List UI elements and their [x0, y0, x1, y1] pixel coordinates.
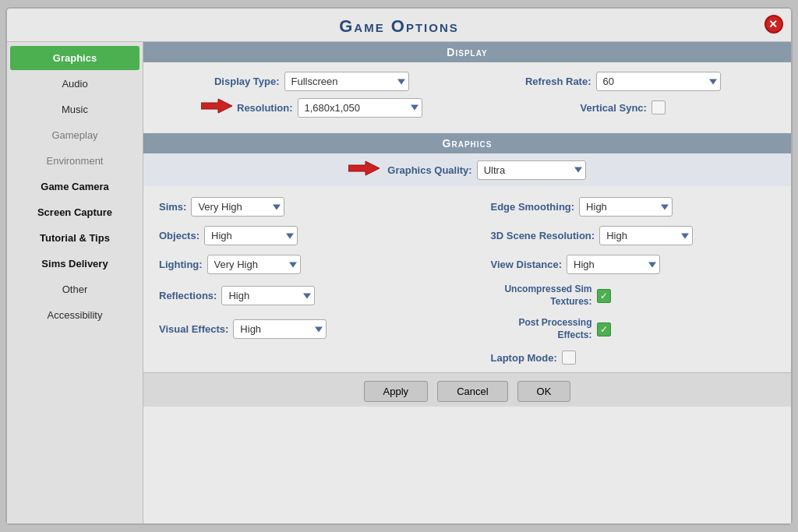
vsync-pair: Vertical Sync:	[471, 100, 776, 115]
lighting-select[interactable]: Very High	[207, 255, 301, 274]
edge-smoothing-select-wrapper: High	[579, 197, 673, 217]
sidebar-item-accessibility[interactable]: Accessibility	[10, 303, 139, 327]
reflections-select[interactable]: High	[221, 286, 315, 305]
uncompressed-checkbox[interactable]: ✓	[597, 289, 611, 303]
sidebar-item-graphics[interactable]: Graphics	[10, 46, 139, 70]
scene-resolution-label: 3D Scene Resolution:	[491, 230, 595, 241]
graphics-settings-grid: Sims: Very High Edge Smoothing: High	[143, 189, 791, 372]
scene-resolution-select-wrapper: High	[599, 226, 693, 245]
laptop-mode-item: Laptop Mode:	[468, 349, 784, 366]
sidebar-item-sims-delivery[interactable]: Sims Delivery	[10, 252, 139, 276]
reflections-item: Reflections: High	[151, 282, 468, 309]
sidebar-item-audio[interactable]: Audio	[10, 72, 139, 96]
view-distance-label: View Distance:	[491, 259, 563, 270]
bottom-bar: Apply Cancel OK	[143, 372, 791, 407]
refresh-rate-pair: Refresh Rate: 60	[471, 72, 776, 91]
sidebar-item-environment[interactable]: Environment	[10, 149, 139, 173]
uncompressed-item: Uncompressed Sim Textures: ✓	[468, 282, 784, 309]
cancel-button[interactable]: Cancel	[437, 381, 507, 402]
objects-label: Objects:	[159, 230, 200, 241]
graphics-quality-select[interactable]: Ultra	[477, 160, 586, 180]
vsync-checkbox[interactable]	[651, 100, 666, 115]
resolution-select-wrapper: 1,680x1,050	[298, 98, 422, 118]
visual-effects-arrow-icon	[315, 326, 323, 332]
sidebar-item-game-camera[interactable]: Game Camera	[10, 174, 139, 199]
svg-marker-1	[348, 161, 380, 175]
sidebar-item-music[interactable]: Music	[10, 97, 139, 122]
lighting-item: Lighting: Very High	[151, 253, 468, 276]
sims-select-wrapper: Very High	[191, 197, 284, 217]
refresh-rate-arrow-icon	[709, 79, 717, 84]
display-type-pair: Display Type: Fullscreen	[159, 72, 464, 91]
sidebar-item-gameplay[interactable]: Gameplay	[10, 123, 139, 147]
sidebar-item-other[interactable]: Other	[10, 277, 139, 301]
title-bar: Game Options ✕	[7, 9, 791, 42]
display-section-content: Display Type: Fullscreen Refresh Rate:	[143, 62, 791, 133]
objects-select[interactable]: High	[204, 226, 298, 245]
vsync-label: Vertical Sync:	[581, 102, 647, 114]
edge-smoothing-select[interactable]: High	[579, 197, 673, 217]
graphics-quality-label: Graphics Quality:	[387, 164, 471, 176]
post-processing-item: Post Processing Effects: ✓	[468, 315, 784, 343]
sims-select[interactable]: Very High	[191, 197, 284, 217]
refresh-rate-select-wrapper: 60	[596, 72, 721, 91]
reflections-arrow-icon	[303, 293, 311, 298]
display-type-select-wrapper: Fullscreen	[284, 72, 409, 91]
sims-label: Sims:	[159, 201, 186, 213]
sidebar-item-tutorial-tips[interactable]: Tutorial & Tips	[10, 226, 139, 250]
main-panel: Display Display Type: Fullscreen	[143, 42, 791, 523]
reflections-select-wrapper: High	[221, 286, 315, 305]
resolution-arrow-icon	[411, 105, 418, 111]
refresh-rate-select[interactable]: 60	[596, 72, 721, 91]
visual-effects-select-wrapper: High	[233, 319, 327, 339]
objects-arrow-icon	[286, 233, 294, 238]
graphics-quality-arrow-icon	[574, 167, 582, 173]
lighting-select-wrapper: Very High	[207, 255, 301, 274]
view-distance-select[interactable]: High	[567, 255, 660, 274]
reflections-label: Reflections:	[159, 290, 217, 301]
laptop-mode-checkbox[interactable]	[562, 351, 576, 365]
close-button[interactable]: ✕	[764, 15, 783, 33]
display-type-arrow-icon	[397, 79, 405, 84]
lighting-label: Lighting:	[159, 259, 203, 270]
post-processing-label: Post Processing Effects:	[491, 317, 592, 341]
display-section-header: Display	[143, 42, 791, 62]
display-type-select[interactable]: Fullscreen	[284, 72, 409, 91]
edge-smoothing-item: Edge Smoothing: High	[468, 196, 784, 218]
lighting-arrow-icon	[289, 262, 297, 267]
resolution-pair: Resolution: 1,680x1,050	[159, 97, 464, 118]
objects-item: Objects: High	[151, 224, 468, 247]
apply-button[interactable]: Apply	[364, 381, 429, 402]
graphics-quality-select-wrapper: Ultra	[477, 160, 586, 180]
visual-effects-item: Visual Effects: High	[151, 315, 468, 343]
display-type-label: Display Type:	[214, 76, 280, 87]
dialog-content: Graphics Audio Music Gameplay Environmen…	[7, 42, 791, 523]
visual-effects-select[interactable]: High	[233, 319, 327, 339]
view-distance-select-wrapper: High	[567, 255, 660, 274]
laptop-mode-label: Laptop Mode:	[491, 352, 557, 364]
resolution-select[interactable]: 1,680x1,050	[298, 98, 422, 118]
resolution-label: Resolution:	[237, 102, 293, 114]
edge-smoothing-arrow-icon	[661, 204, 669, 210]
resolution-arrow	[201, 97, 232, 118]
sidebar: Graphics Audio Music Gameplay Environmen…	[7, 42, 143, 523]
resolution-row: Resolution: 1,680x1,050 Vertical Sync:	[159, 97, 775, 118]
view-distance-arrow-icon	[648, 262, 656, 267]
objects-select-wrapper: High	[204, 226, 298, 245]
svg-marker-0	[201, 99, 232, 113]
sidebar-item-screen-capture[interactable]: Screen Capture	[10, 200, 139, 224]
scene-resolution-arrow-icon	[681, 233, 689, 238]
ok-button[interactable]: OK	[517, 381, 571, 402]
post-processing-checkbox[interactable]: ✓	[597, 322, 611, 336]
dialog-title: Game Options	[339, 16, 459, 36]
uncompressed-label: Uncompressed Sim Textures:	[491, 284, 592, 308]
uncompressed-checkbox-wrapper[interactable]: ✓	[597, 289, 611, 303]
post-processing-checkbox-wrapper[interactable]: ✓	[597, 322, 611, 336]
edge-smoothing-label: Edge Smoothing:	[491, 201, 575, 213]
scene-resolution-select[interactable]: High	[599, 226, 693, 245]
display-type-row: Display Type: Fullscreen Refresh Rate:	[159, 72, 775, 91]
visual-effects-label: Visual Effects:	[159, 323, 228, 335]
vsync-checkbox-wrapper[interactable]	[651, 100, 666, 115]
sims-arrow-icon	[273, 204, 281, 210]
laptop-mode-checkbox-wrapper[interactable]	[562, 351, 576, 365]
